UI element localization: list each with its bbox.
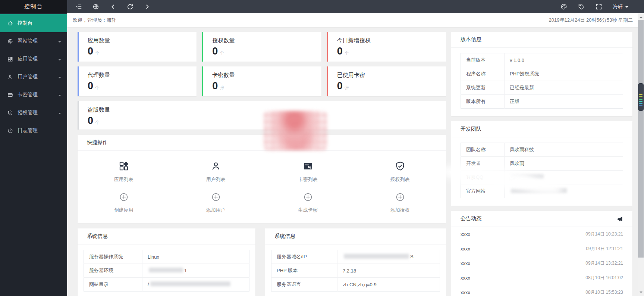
topbar-button-site[interactable] [92, 3, 99, 10]
user-menu[interactable]: 海轩 [613, 3, 628, 10]
panel-title: 公告动态 [461, 215, 481, 222]
announcement-time: 08月10日 15:53:23 [585, 289, 623, 296]
scroll-down-button[interactable] [638, 290, 644, 295]
sidebar-title: 控制台 [0, 0, 67, 13]
sidebar-item-log[interactable]: 日志管理 [0, 122, 67, 140]
info-row: 客服QQ [461, 171, 623, 184]
info-row: 服务器环境 1 [84, 264, 249, 278]
announcement-time: 09月14日 12:11:21 [586, 246, 623, 252]
info-label: 服务器域名/IP [271, 250, 337, 264]
welcome-bar: 欢迎，管理员：海轩 2019年12月24日 20时56分53秒 星期二 [67, 13, 644, 27]
stat-unit: 个 [345, 50, 349, 56]
quick-actions-panel: 快捷操作 应用列表 用户列表 卡密列表 [78, 135, 446, 223]
version-table: 当前版本 v 1.0.0 程序名称 PHP授权系统 系统更新 已经是最新 [461, 53, 623, 109]
info-value: zh-CN,zh;q=0.9 [337, 278, 440, 292]
stat-unit: 个 [95, 85, 100, 91]
topbar-button-back[interactable] [110, 3, 116, 10]
quick-link-auth-list[interactable]: 授权列表 [354, 161, 446, 183]
quick-link-app-list[interactable]: 应用列表 [78, 161, 170, 183]
info-label: 版本所有 [461, 95, 505, 109]
scrollbar[interactable] [638, 13, 644, 296]
quick-create-create-app[interactable]: 创建应用 [78, 192, 170, 214]
quick-create-add-auth[interactable]: 添加授权 [354, 192, 446, 214]
user-icon [211, 161, 221, 171]
info-row: 官方网站 [461, 184, 623, 198]
info-row: 开发者 风吹雨 [461, 157, 623, 171]
sidebar-item-console[interactable]: 控制台 [0, 14, 67, 32]
sidebar-item-application[interactable]: 应用管理 [0, 50, 67, 68]
info-value [505, 184, 623, 198]
admin-dashboard: 控制台 控制台 网站管理 应用管理 用户管理 [0, 0, 644, 296]
scroll-up-button[interactable] [638, 14, 644, 19]
quick-link-card-list[interactable]: 卡密列表 [262, 161, 354, 183]
info-row: 程序名称 PHP授权系统 [461, 67, 623, 81]
announcement-row[interactable]: xxxx 08月10日 15:53:23 [451, 285, 632, 296]
announcement-row[interactable]: xxxx 09月14日 13:32:21 [451, 256, 632, 271]
stat-value: 0 [337, 46, 343, 57]
announcement-row[interactable]: xxxx 09月14日 12:11:21 [451, 242, 632, 256]
system-info-row: 系统信息 服务器操作系统 Linux 服务器环境 [78, 228, 446, 296]
info-value [505, 171, 623, 184]
sidebar-item-website[interactable]: 网站管理 [0, 32, 67, 50]
stat-label: 代理数量 [88, 72, 188, 79]
refresh-icon [127, 3, 133, 10]
sidebar-item-user[interactable]: 用户管理 [0, 68, 67, 86]
panel-title: 系统信息 [78, 228, 255, 244]
scrollbar-thumb[interactable] [638, 20, 644, 258]
topbar-button-theme[interactable] [560, 3, 567, 10]
stat-card-auth-count: 授权数量 0 个 [202, 32, 321, 62]
info-row: 系统更新 已经是最新 [461, 81, 623, 95]
quick-create-gen-card[interactable]: 生成卡密 [262, 192, 354, 214]
info-label: 系统更新 [461, 81, 505, 95]
fullscreen-icon [596, 3, 602, 10]
panel-title: 快捷操作 [78, 135, 446, 151]
globe-icon [92, 3, 99, 10]
info-label: PHP 版本 [271, 264, 337, 278]
system-info-panel-right: 系统信息 服务器域名/IP S PHP 版本 [265, 228, 446, 296]
info-label: 开发者 [461, 157, 505, 171]
info-row: 服务器操作系统 Linux [84, 250, 249, 264]
quick-create-add-user[interactable]: 添加用户 [170, 192, 262, 214]
info-value: 正版 [505, 95, 623, 109]
tag-icon [578, 3, 585, 10]
topbar-button-forward[interactable] [144, 3, 151, 10]
stat-label: 盗版数量 [88, 106, 437, 113]
sidebar-item-cardkey[interactable]: 卡密管理 [0, 86, 67, 104]
info-label: 服务器环境 [84, 264, 142, 278]
announcement-time: 09月14日 10:23:21 [585, 231, 623, 237]
panel-title: 系统信息 [265, 228, 446, 244]
announcement-text: xxxx [461, 261, 470, 266]
quick-link-user-list[interactable]: 用户列表 [170, 161, 262, 183]
apps-icon [7, 56, 13, 62]
home-icon [7, 21, 13, 26]
palette-icon [560, 3, 567, 10]
redacted-text [511, 188, 567, 193]
info-row: 团队名称 风吹雨科技 [461, 143, 623, 157]
topbar-button-fullscreen[interactable] [596, 3, 602, 10]
stats-grid: 应用数量 0 个 授权数量 0 个 今日新增 [78, 32, 446, 130]
info-row: 网站目录 / [84, 278, 249, 292]
content: 应用数量 0 个 授权数量 0 个 今日新增 [67, 27, 644, 296]
info-value: PHP授权系统 [505, 67, 623, 81]
sidebar-item-authorization[interactable]: 授权管理 [0, 104, 67, 122]
clock-icon [7, 128, 13, 134]
topbar-button-tag[interactable] [578, 3, 585, 10]
stat-unit: 张 [220, 85, 224, 91]
stat-value: 0 [88, 46, 93, 57]
stat-value: 0 [88, 81, 93, 92]
announcement-row[interactable]: xxxx 09月14日 10:23:21 [451, 227, 632, 242]
chevron-down-icon [58, 77, 61, 80]
topbar-right-icons: 海轩 [560, 3, 628, 10]
announcement-row[interactable]: xxxx 08月10日 16:01:02 [451, 271, 632, 285]
main-area: 海轩 欢迎，管理员：海轩 2019年12月24日 20时56分53秒 星期二 应… [67, 0, 644, 296]
panel-title: 开发团队 [451, 121, 632, 137]
stat-unit: 个 [220, 50, 224, 56]
globe-icon [7, 38, 13, 44]
megaphone-icon [617, 216, 623, 222]
topbar-button-refresh[interactable] [127, 3, 133, 10]
app-list-icon [119, 161, 129, 171]
sidebar-nav: 控制台 网站管理 应用管理 用户管理 卡密管理 [0, 13, 67, 140]
sidebar: 控制台 控制台 网站管理 应用管理 用户管理 [0, 0, 67, 296]
topbar-button-fold[interactable] [75, 3, 82, 10]
stat-label: 卡密数量 [212, 72, 312, 79]
